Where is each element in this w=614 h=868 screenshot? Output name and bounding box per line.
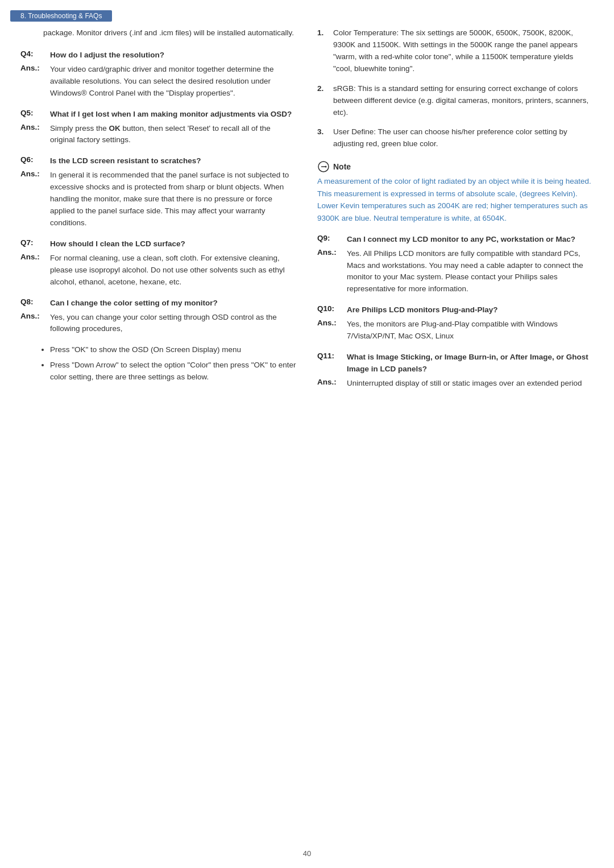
q7-label: Q7: bbox=[20, 238, 50, 250]
q9-label: Q9: bbox=[317, 234, 347, 246]
q4-ans-label: Ans.: bbox=[20, 64, 50, 100]
num-label-3: 3. bbox=[317, 126, 333, 150]
qa-block-q6: Q6: Is the LCD screen resistant to scrat… bbox=[20, 155, 297, 229]
qa-block-q11: Q11: What is Image Sticking, or Image Bu… bbox=[317, 352, 594, 390]
q8-text: Can I change the color setting of my mon… bbox=[50, 297, 218, 309]
note-text: A measurement of the color of light radi… bbox=[317, 175, 594, 224]
page-number: 40 bbox=[0, 849, 614, 858]
q7-ans-label: Ans.: bbox=[20, 253, 50, 288]
color-settings-list: 1. Color Temperature: The six settings a… bbox=[317, 27, 594, 150]
item-3-text: User Define: The user can choose his/her… bbox=[333, 126, 594, 150]
bullet-list: Press "OK" to show the OSD (On Screen Di… bbox=[20, 344, 297, 383]
item-2-text: sRGB: This is a standard setting for ens… bbox=[333, 83, 594, 119]
q9-text: Can I connect my LCD monitor to any PC, … bbox=[347, 234, 575, 246]
q4-label: Q4: bbox=[20, 49, 50, 61]
page-container: 8. Troubleshooting & FAQs package. Monit… bbox=[0, 0, 614, 868]
q11-question-row: Q11: What is Image Sticking, or Image Bu… bbox=[317, 352, 594, 375]
q11-ans-text: Uninterrupted display of still or static… bbox=[347, 378, 582, 390]
right-column: 1. Color Temperature: The six settings a… bbox=[307, 27, 614, 399]
q7-question-row: Q7: How should I clean the LCD surface? bbox=[20, 238, 297, 250]
ok-bold-text: OK bbox=[109, 124, 121, 133]
intro-text: package. Monitor drivers (.inf and .icm … bbox=[20, 27, 297, 39]
q5-question-row: Q5: What if I get lost when I am making … bbox=[20, 109, 297, 121]
q11-label: Q11: bbox=[317, 352, 347, 375]
q5-answer-row: Ans.: Simply press the OK button, then s… bbox=[20, 123, 297, 147]
q10-ans-text: Yes, the monitors are Plug-and-Play comp… bbox=[347, 319, 594, 342]
q7-text: How should I clean the LCD surface? bbox=[50, 238, 185, 250]
q5-ans-text: Simply press the OK button, then select … bbox=[50, 123, 297, 147]
q8-answer-row: Ans.: Yes, you can change your color set… bbox=[20, 312, 297, 336]
q8-question-row: Q8: Can I change the color setting of my… bbox=[20, 297, 297, 309]
q10-question-row: Q10: Are Philips LCD monitors Plug-and-P… bbox=[317, 304, 594, 316]
q11-answer-row: Ans.: Uninterrupted display of still or … bbox=[317, 378, 594, 390]
q5-ans-label: Ans.: bbox=[20, 123, 50, 147]
q8-ans-label: Ans.: bbox=[20, 312, 50, 336]
q4-ans-text: Your video card/graphic driver and monit… bbox=[50, 64, 297, 100]
qa-block-q4: Q4: How do I adjust the resolution? Ans.… bbox=[20, 49, 297, 100]
q9-ans-text: Yes. All Philips LCD monitors are fully … bbox=[347, 248, 594, 296]
note-icon bbox=[317, 160, 330, 173]
q10-ans-label: Ans.: bbox=[317, 319, 347, 342]
item-1-text: Color Temperature: The six settings are … bbox=[333, 27, 594, 75]
list-item: Press "OK" to show the OSD (On Screen Di… bbox=[50, 344, 297, 356]
qa-block-q7: Q7: How should I clean the LCD surface? … bbox=[20, 238, 297, 288]
num-label-1: 1. bbox=[317, 27, 333, 75]
q7-ans-text: For normal cleaning, use a clean, soft c… bbox=[50, 253, 297, 288]
q6-ans-text: In general it is recommended that the pa… bbox=[50, 170, 297, 229]
list-item-2: 2. sRGB: This is a standard setting for … bbox=[317, 83, 594, 119]
q6-text: Is the LCD screen resistant to scratches… bbox=[50, 155, 201, 167]
q6-label: Q6: bbox=[20, 155, 50, 167]
q4-answer-row: Ans.: Your video card/graphic driver and… bbox=[20, 64, 297, 100]
list-item: Press "Down Arrow" to select the option … bbox=[50, 359, 297, 383]
q9-question-row: Q9: Can I connect my LCD monitor to any … bbox=[317, 234, 594, 246]
list-item-3: 3. User Define: The user can choose his/… bbox=[317, 126, 594, 150]
q5-text: What if I get lost when I am making moni… bbox=[50, 109, 292, 121]
q4-question-row: Q4: How do I adjust the resolution? bbox=[20, 49, 297, 61]
list-item-1: 1. Color Temperature: The six settings a… bbox=[317, 27, 594, 75]
q10-label: Q10: bbox=[317, 304, 347, 316]
section-header: 8. Troubleshooting & FAQs bbox=[10, 10, 112, 22]
q9-ans-label: Ans.: bbox=[317, 248, 347, 296]
q11-ans-label: Ans.: bbox=[317, 378, 347, 390]
q6-answer-row: Ans.: In general it is recommended that … bbox=[20, 170, 297, 229]
two-col-layout: package. Monitor drivers (.inf and .icm … bbox=[0, 27, 614, 399]
num-label-2: 2. bbox=[317, 83, 333, 119]
q8-ans-text: Yes, you can change your color setting t… bbox=[50, 312, 297, 336]
note-header: Note bbox=[317, 160, 594, 173]
qa-block-q5: Q5: What if I get lost when I am making … bbox=[20, 109, 297, 147]
q5-label: Q5: bbox=[20, 109, 50, 121]
qa-block-q10: Q10: Are Philips LCD monitors Plug-and-P… bbox=[317, 304, 594, 342]
header-label: 8. Troubleshooting & FAQs bbox=[20, 12, 102, 20]
q8-label: Q8: bbox=[20, 297, 50, 309]
q6-question-row: Q6: Is the LCD screen resistant to scrat… bbox=[20, 155, 297, 167]
q10-answer-row: Ans.: Yes, the monitors are Plug-and-Pla… bbox=[317, 319, 594, 342]
note-title: Note bbox=[333, 162, 351, 171]
qa-block-q8: Q8: Can I change the color setting of my… bbox=[20, 297, 297, 336]
q7-answer-row: Ans.: For normal cleaning, use a clean, … bbox=[20, 253, 297, 288]
q4-text: How do I adjust the resolution? bbox=[50, 49, 164, 61]
q10-text: Are Philips LCD monitors Plug-and-Play? bbox=[347, 304, 498, 316]
note-box: Note A measurement of the color of light… bbox=[317, 160, 594, 224]
q9-answer-row: Ans.: Yes. All Philips LCD monitors are … bbox=[317, 248, 594, 296]
left-column: package. Monitor drivers (.inf and .icm … bbox=[0, 27, 307, 399]
q11-text: What is Image Sticking, or Image Burn-in… bbox=[347, 352, 594, 375]
svg-point-2 bbox=[325, 166, 327, 168]
qa-block-q9: Q9: Can I connect my LCD monitor to any … bbox=[317, 234, 594, 296]
note-svg-icon bbox=[318, 161, 329, 172]
q6-ans-label: Ans.: bbox=[20, 170, 50, 229]
